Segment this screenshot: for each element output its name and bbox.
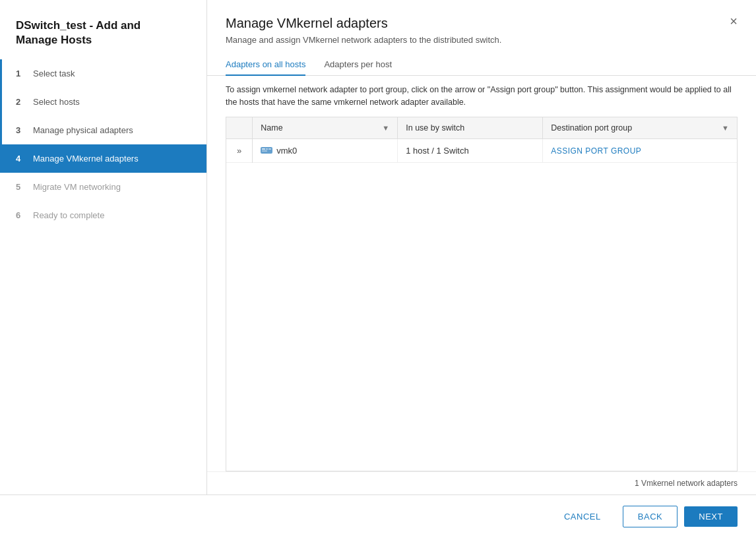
th-dest: Destination port group ▼ (543, 117, 737, 139)
name-cell: vmk0 (253, 138, 398, 162)
table-footer: 1 Vmkernel network adapters (207, 471, 756, 494)
step-num: 6 (16, 210, 26, 220)
expand-cell: » (226, 138, 253, 162)
step-label: Manage physical adapters (33, 125, 133, 135)
panel-title: Manage VMkernel adapters (226, 16, 388, 31)
dest-filter-icon[interactable]: ▼ (722, 124, 729, 132)
step-num: 2 (16, 97, 26, 107)
sidebar-step-1[interactable]: 1Select task (0, 59, 206, 88)
sidebar-step-2[interactable]: 2Select hosts (0, 88, 206, 116)
step-label: Migrate VM networking (33, 182, 121, 192)
step-label: Manage VMkernel adapters (33, 154, 139, 164)
tabs-container: Adapters on all hostsAdapters per host (207, 54, 756, 76)
sidebar-title: DSwitch_test - Add and Manage Hosts (0, 0, 206, 59)
sidebar-step-5: 5Migrate VM networking (0, 173, 206, 201)
adapters-table: Name ▼ In use by switch (226, 117, 737, 163)
table-body: » (226, 138, 737, 162)
inuse-cell: 1 host / 1 Switch (398, 138, 543, 162)
step-num: 3 (16, 125, 26, 135)
dest-cell: ASSIGN PORT GROUP (543, 138, 737, 162)
th-inuse-label: In use by switch (406, 123, 464, 133)
assign-port-group-link[interactable]: ASSIGN PORT GROUP (551, 146, 641, 156)
th-expand (226, 117, 253, 139)
table-container: Name ▼ In use by switch (226, 117, 738, 472)
table-head: Name ▼ In use by switch (226, 117, 737, 139)
sidebar-steps: 1Select task2Select hosts3Manage physica… (0, 59, 206, 229)
svg-rect-3 (268, 148, 271, 150)
sidebar-step-4[interactable]: 4Manage VMkernel adapters (0, 144, 206, 173)
svg-rect-1 (262, 148, 265, 150)
dialog-wrapper: DSwitch_test - Add and Manage Hosts 1Sel… (0, 0, 756, 538)
vmkernel-icon (261, 146, 272, 155)
next-button[interactable]: NEXT (684, 506, 738, 527)
sidebar-step-3[interactable]: 3Manage physical adapters (0, 116, 206, 144)
back-button[interactable]: BACK (623, 506, 677, 527)
sidebar: DSwitch_test - Add and Manage Hosts 1Sel… (0, 0, 207, 494)
panel-header: Manage VMkernel adapters × (207, 0, 756, 31)
vmk-name: vmk0 (276, 146, 297, 156)
step-label: Select task (33, 69, 75, 78)
th-name-label: Name (261, 123, 282, 133)
th-inuse: In use by switch (398, 117, 543, 139)
dialog-footer: CANCEL BACK NEXT (0, 494, 756, 538)
main-content: Manage VMkernel adapters × Manage and as… (207, 0, 756, 494)
th-name: Name ▼ (253, 117, 398, 139)
info-text: To assign vmkernel network adapter to po… (207, 76, 756, 117)
step-num: 1 (16, 69, 26, 78)
tab-0[interactable]: Adapters on all hosts (226, 54, 305, 76)
svg-rect-4 (262, 150, 267, 152)
step-num: 4 (16, 154, 26, 164)
footer-count: 1 Vmkernel network adapters (635, 479, 738, 488)
cancel-button[interactable]: CANCEL (549, 506, 616, 527)
step-label: Ready to complete (33, 210, 104, 220)
th-dest-label: Destination port group (551, 123, 632, 133)
svg-rect-2 (266, 148, 268, 150)
expand-button[interactable]: » (234, 144, 244, 157)
tab-1[interactable]: Adapters per host (324, 54, 392, 76)
dialog-body: DSwitch_test - Add and Manage Hosts 1Sel… (0, 0, 756, 494)
close-button[interactable]: × (730, 15, 738, 28)
sidebar-step-6: 6Ready to complete (0, 201, 206, 229)
name-filter-icon[interactable]: ▼ (382, 124, 389, 132)
step-label: Select hosts (33, 97, 80, 107)
panel-subtitle: Manage and assign VMkernel network adapt… (207, 31, 756, 45)
table-row: » (226, 138, 737, 162)
step-num: 5 (16, 182, 26, 192)
